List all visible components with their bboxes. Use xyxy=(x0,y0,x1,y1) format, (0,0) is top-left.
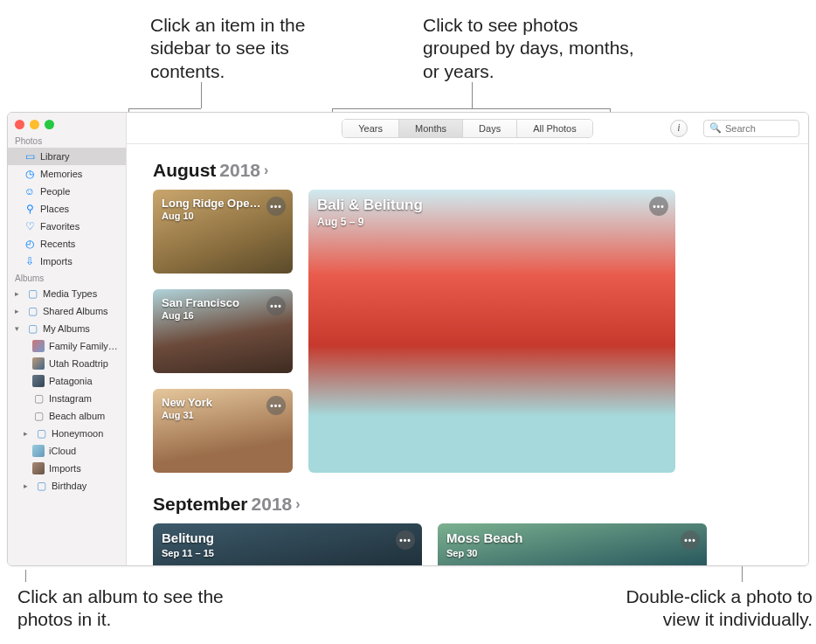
heart-icon: ♡ xyxy=(24,220,36,232)
year-label: 2018 xyxy=(219,160,260,181)
sidebar-item-label: Shared Albums xyxy=(43,306,108,316)
card-title: Moss Beach xyxy=(446,530,523,545)
search-input[interactable] xyxy=(725,123,793,134)
close-button[interactable] xyxy=(15,120,24,129)
sidebar-album-icloud[interactable]: iCloud xyxy=(8,442,126,460)
folder-icon: ▢ xyxy=(35,427,47,440)
sidebar-album-beach[interactable]: ▢ Beach album xyxy=(8,407,126,425)
chevron-right-icon: › xyxy=(295,496,300,512)
album-thumb xyxy=(32,357,45,370)
folder-icon: ▢ xyxy=(26,287,38,300)
more-button[interactable]: ••• xyxy=(681,530,700,550)
zoom-button[interactable] xyxy=(45,120,54,129)
card-subtitle: Aug 10 xyxy=(162,211,194,221)
sidebar-album-patagonia[interactable]: Patagonia xyxy=(8,372,126,390)
callout-album: Click an album to see the photos in it. xyxy=(17,585,245,632)
memories-icon: ◷ xyxy=(24,168,36,180)
month-label: August xyxy=(153,160,216,181)
sidebar-item-label: My Albums xyxy=(43,323,90,334)
card-subtitle: Aug 5 – 9 xyxy=(317,216,363,228)
search-field[interactable]: 🔍 xyxy=(703,120,799,137)
view-segmented-control: Years Months Days All Photos xyxy=(342,119,592,138)
sidebar-album-utah[interactable]: Utah Roadtrip xyxy=(8,355,126,372)
photo-card-san-francisco[interactable]: San Francisco Aug 16 ••• xyxy=(153,289,293,373)
sidebar-item-label: Library xyxy=(40,151,70,162)
sidebar-album-family[interactable]: Family Family… xyxy=(8,337,126,355)
month-grid-september: Belitung Sep 11 – 15 ••• Moss Beach Sep … xyxy=(153,523,782,565)
more-button[interactable]: ••• xyxy=(266,197,286,216)
sidebar-item-people[interactable]: ☺ People xyxy=(8,183,126,200)
sidebar-item-label: People xyxy=(40,186,70,197)
card-title: Long Ridge Ope… xyxy=(162,197,260,210)
photos-window: Photos ▭ Library ◷ Memories ☺ People ⚲ P… xyxy=(7,112,809,566)
sidebar: Photos ▭ Library ◷ Memories ☺ People ⚲ P… xyxy=(8,113,127,565)
library-icon: ▭ xyxy=(24,150,36,163)
sidebar-item-label: Beach album xyxy=(49,411,105,421)
month-header-september[interactable]: September 2018 › xyxy=(153,494,782,515)
tab-months[interactable]: Months xyxy=(399,120,463,137)
sidebar-item-label: Favorites xyxy=(40,221,80,232)
card-title: Belitung xyxy=(162,530,214,545)
sidebar-album-birthday[interactable]: ▸ ▢ Birthday xyxy=(8,477,126,495)
window-controls xyxy=(8,113,126,133)
card-subtitle: Aug 16 xyxy=(162,310,194,321)
more-button[interactable]: ••• xyxy=(396,530,415,550)
sidebar-item-label: iCloud xyxy=(49,446,76,456)
sidebar-item-label: Utah Roadtrip xyxy=(49,358,108,369)
small-card-stack: Long Ridge Ope… Aug 10 ••• San Francisco… xyxy=(153,190,293,473)
clock-icon: ◴ xyxy=(24,238,36,250)
album-thumb xyxy=(32,445,45,457)
sidebar-item-shared-albums[interactable]: ▸ ▢ Shared Albums xyxy=(8,302,126,320)
tab-all-photos[interactable]: All Photos xyxy=(517,120,592,137)
tab-years[interactable]: Years xyxy=(342,120,399,137)
photo-card-moss-beach[interactable]: Moss Beach Sep 30 ••• xyxy=(438,523,707,565)
callout-photo: Double-click a photo to view it individu… xyxy=(585,585,813,632)
sidebar-album-instagram[interactable]: ▢ Instagram xyxy=(8,390,126,407)
sidebar-section-photos: Photos xyxy=(8,133,126,148)
photo-card-new-york[interactable]: New York Aug 31 ••• xyxy=(153,389,293,473)
info-button[interactable]: i xyxy=(670,120,688,137)
more-button[interactable]: ••• xyxy=(649,197,668,216)
photo-card-bali-belitung[interactable]: Bali & Belitung Aug 5 – 9 ••• xyxy=(308,190,675,473)
leader-line xyxy=(25,570,26,582)
sidebar-item-library[interactable]: ▭ Library xyxy=(8,148,126,165)
minimize-button[interactable] xyxy=(30,120,39,129)
chevron-right-icon: › xyxy=(264,163,268,178)
sidebar-item-favorites[interactable]: ♡ Favorites xyxy=(8,218,126,235)
chevron-right-icon: ▸ xyxy=(15,289,22,298)
sidebar-item-label: Family Family… xyxy=(49,341,118,351)
sidebar-album-honeymoon[interactable]: ▸ ▢ Honeymoon xyxy=(8,425,126,442)
sidebar-item-media-types[interactable]: ▸ ▢ Media Types xyxy=(8,285,126,302)
photo-card-belitung[interactable]: Belitung Sep 11 – 15 ••• xyxy=(153,523,422,565)
album-thumb xyxy=(32,375,45,387)
photo-grid-scroll[interactable]: August 2018 › Long Ridge Ope… Aug 10 •••… xyxy=(127,144,808,565)
sidebar-item-recents[interactable]: ◴ Recents xyxy=(8,235,126,253)
callout-tabs: Click to see photos grouped by days, mon… xyxy=(423,14,650,83)
card-subtitle: Aug 31 xyxy=(162,410,194,420)
sidebar-item-my-albums[interactable]: ▾ ▢ My Albums xyxy=(8,320,126,337)
album-thumb xyxy=(32,340,45,352)
sidebar-item-imports[interactable]: ⇩ Imports xyxy=(8,253,126,270)
more-button[interactable]: ••• xyxy=(266,296,286,315)
sidebar-item-memories[interactable]: ◷ Memories xyxy=(8,165,126,183)
callout-sidebar: Click an item in the sidebar to see its … xyxy=(150,14,351,83)
leader-line xyxy=(128,108,201,109)
card-subtitle: Sep 11 – 15 xyxy=(162,548,214,558)
leader-line xyxy=(201,82,202,108)
more-button[interactable]: ••• xyxy=(266,396,286,415)
sidebar-item-label: Imports xyxy=(40,256,73,267)
card-title: Bali & Belitung xyxy=(317,197,423,214)
card-title: New York xyxy=(162,396,212,409)
month-header-august[interactable]: August 2018 › xyxy=(153,160,782,181)
photo-card-long-ridge[interactable]: Long Ridge Ope… Aug 10 ••• xyxy=(153,190,293,274)
card-title: San Francisco xyxy=(162,296,239,309)
main-content: Years Months Days All Photos i 🔍 August … xyxy=(127,113,808,565)
sidebar-item-label: Memories xyxy=(40,169,82,179)
tab-days[interactable]: Days xyxy=(463,120,517,137)
album-thumb xyxy=(32,462,45,474)
chevron-right-icon: ▸ xyxy=(15,307,22,315)
download-icon: ⇩ xyxy=(24,255,36,267)
sidebar-section-albums: Albums xyxy=(8,270,126,285)
sidebar-album-imports[interactable]: Imports xyxy=(8,460,126,477)
sidebar-item-places[interactable]: ⚲ Places xyxy=(8,200,126,218)
